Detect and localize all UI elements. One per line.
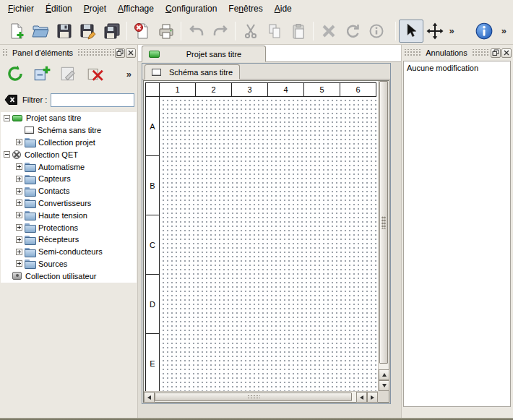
expand-expander-icon[interactable] xyxy=(16,260,22,267)
filter-label: Filtrer : xyxy=(22,95,47,104)
tree-item-collection-qet[interactable]: Collection QET xyxy=(1,148,137,160)
element-info-button[interactable] xyxy=(364,20,388,43)
collapse-expander-icon[interactable] xyxy=(4,151,10,158)
horizontal-scrollbar-thumb[interactable] xyxy=(155,393,352,401)
folder-icon xyxy=(25,138,35,146)
column-header: 2 xyxy=(196,83,232,96)
undo-dock-titlebar: Annulations xyxy=(403,46,512,59)
tree-item-collection-projet[interactable]: Collection projet xyxy=(1,137,137,149)
about-qet-button[interactable] xyxy=(473,20,496,43)
toolbar-separator xyxy=(313,22,314,40)
paste-button[interactable] xyxy=(286,20,310,43)
reload-collections-button[interactable] xyxy=(4,63,27,85)
horizontal-scrollbar[interactable] xyxy=(144,391,378,402)
delete-button[interactable] xyxy=(316,20,340,43)
tree-item-capteurs[interactable]: Capteurs xyxy=(1,173,137,185)
dock-toolbar-overflow-icon[interactable] xyxy=(124,69,134,80)
tab-schema-sans-titre[interactable]: Schéma sans titre xyxy=(145,64,240,80)
delete-element-button[interactable] xyxy=(84,63,107,85)
column-header: 3 xyxy=(232,83,268,96)
print-button[interactable] xyxy=(154,20,178,43)
collapse-expander-icon[interactable] xyxy=(4,115,10,121)
close-file-icon xyxy=(134,22,151,40)
expand-expander-icon[interactable] xyxy=(16,224,22,231)
menu-fichier[interactable]: Fichier xyxy=(3,1,39,16)
select-arrow-icon xyxy=(402,22,420,40)
elements-tree: Projet sans titre Schéma sans titre Coll… xyxy=(1,112,137,283)
undo-history-list[interactable]: Aucune modification xyxy=(403,61,511,407)
tree-item-recepteurs[interactable]: Récepteurs xyxy=(1,233,137,246)
tree-item-collection-utilisateur[interactable]: Collection utilisateur xyxy=(1,270,137,282)
tree-item-contacts[interactable]: Contacts xyxy=(1,185,137,197)
filter-input[interactable] xyxy=(51,93,134,107)
expand-expander-icon[interactable] xyxy=(16,176,22,182)
expand-expander-icon[interactable] xyxy=(16,249,22,255)
dock-close-button[interactable] xyxy=(501,48,512,58)
tree-item-haute-tension[interactable]: Haute tension xyxy=(1,209,137,221)
folder-icon xyxy=(25,199,35,207)
vertical-scrollbar[interactable] xyxy=(378,81,389,391)
dock-grip-handle[interactable] xyxy=(471,49,490,57)
expand-expander-icon[interactable] xyxy=(16,236,22,243)
menu-projet[interactable]: Projet xyxy=(79,1,111,16)
menu-aide[interactable]: Aide xyxy=(270,1,297,16)
menu-edition[interactable]: Édition xyxy=(40,1,77,16)
tree-item-schema[interactable]: Schéma sans titre xyxy=(1,124,137,137)
new-document-button[interactable] xyxy=(4,20,28,43)
redo-button[interactable] xyxy=(208,20,232,43)
dock-float-button[interactable] xyxy=(491,48,501,58)
scroll-up-button[interactable] xyxy=(379,369,389,380)
undo-button[interactable] xyxy=(184,20,208,43)
toolbar-overflow-icon[interactable] xyxy=(499,25,509,36)
menu-affichage[interactable]: Affichage xyxy=(113,1,159,16)
tab-projet-sans-titre[interactable]: Projet sans titre xyxy=(142,46,266,62)
schema-canvas[interactable] xyxy=(160,97,376,391)
menu-configuration[interactable]: Configuration xyxy=(160,1,222,16)
scroll-right-button[interactable] xyxy=(367,392,378,403)
expand-expander-icon[interactable] xyxy=(16,139,22,145)
expand-expander-icon[interactable] xyxy=(16,188,22,194)
rotate-button[interactable] xyxy=(340,20,364,43)
menu-bar: Fichier Édition Projet Affichage Configu… xyxy=(0,0,513,17)
tree-item-project[interactable]: Projet sans titre xyxy=(1,112,137,124)
close-file-button[interactable] xyxy=(130,20,154,43)
tree-item-automatisme[interactable]: Automatisme xyxy=(1,160,137,173)
new-element-button[interactable] xyxy=(30,63,53,85)
expand-expander-icon[interactable] xyxy=(16,200,22,206)
dock-close-button[interactable] xyxy=(126,48,136,58)
scroll-down-button[interactable] xyxy=(379,380,389,391)
toolbar-overflow-icon[interactable] xyxy=(447,25,457,36)
save-as-button[interactable] xyxy=(76,20,100,43)
copy-button[interactable] xyxy=(262,20,286,43)
edit-element-button[interactable] xyxy=(57,63,80,85)
open-project-button[interactable] xyxy=(28,20,52,43)
select-mode-button[interactable] xyxy=(399,20,423,43)
toolbar-separator xyxy=(395,22,396,40)
scroll-left-button-2[interactable] xyxy=(356,392,367,403)
tree-item-protections[interactable]: Protections xyxy=(1,221,137,233)
column-header: 6 xyxy=(340,83,376,96)
clear-filter-button[interactable] xyxy=(3,93,19,107)
save-all-icon xyxy=(103,22,121,40)
dock-float-button[interactable] xyxy=(115,48,125,58)
folder-icon xyxy=(25,211,35,219)
menu-fenetres[interactable]: Fenêtres xyxy=(223,1,267,16)
expand-expander-icon[interactable] xyxy=(16,163,22,170)
vertical-scrollbar-thumb[interactable] xyxy=(379,81,388,364)
expand-expander-icon[interactable] xyxy=(16,212,22,218)
save-button[interactable] xyxy=(52,20,76,43)
dock-grip-handle[interactable] xyxy=(77,49,114,57)
tree-item-convertisseurs[interactable]: Convertisseurs xyxy=(1,197,137,210)
move-mode-button[interactable] xyxy=(423,20,447,43)
dock-grip-handle[interactable] xyxy=(403,49,422,57)
row-header: D xyxy=(146,275,159,334)
save-all-button[interactable] xyxy=(100,20,124,43)
dock-grip-handle[interactable] xyxy=(1,49,9,57)
arrow-left-icon xyxy=(147,395,151,400)
mdi-area: Schéma sans titre 1 2 3 4 5 xyxy=(138,62,401,420)
tree-item-sources[interactable]: Sources xyxy=(1,258,137,270)
tree-item-semi-conducteurs[interactable]: Semi-conducteurs xyxy=(1,246,137,258)
cut-button[interactable] xyxy=(238,20,262,43)
row-header: E xyxy=(146,334,159,391)
scroll-left-button[interactable] xyxy=(144,392,155,403)
